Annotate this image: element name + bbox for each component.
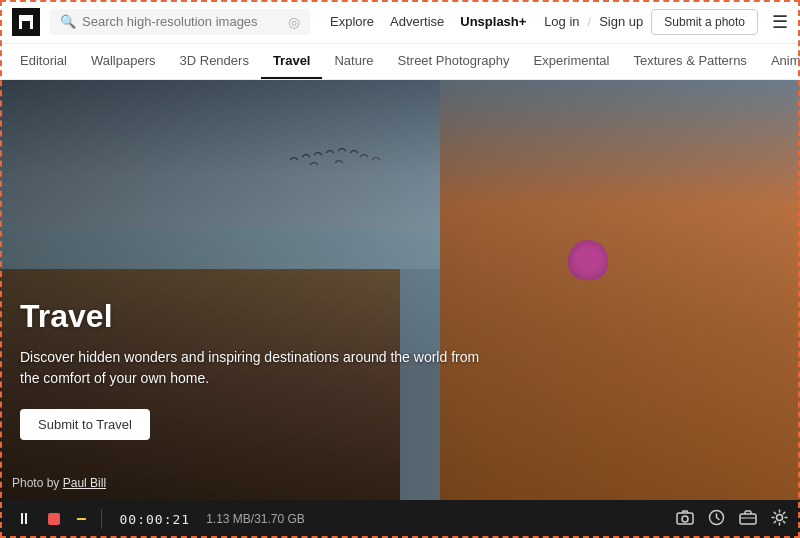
- svg-point-5: [777, 514, 783, 520]
- svg-rect-3: [740, 514, 756, 524]
- camera-icon[interactable]: [676, 509, 694, 529]
- explore-link[interactable]: Explore: [330, 14, 374, 29]
- submit-photo-button[interactable]: Submit a photo: [651, 9, 758, 35]
- pause-icon: ⏸: [16, 510, 32, 528]
- clock-icon[interactable]: [708, 509, 725, 530]
- bottom-toolbar: ⏸ − 00:00:21 1.13 MB/31.70 GB: [0, 500, 800, 538]
- briefcase-icon[interactable]: [739, 510, 757, 529]
- minus-icon: −: [76, 509, 87, 530]
- cat-experimental[interactable]: Experimental: [522, 44, 622, 79]
- signup-link[interactable]: Sign up: [599, 14, 643, 29]
- hero-section: Travel Discover hidden wonders and inspi…: [0, 80, 800, 500]
- pause-button[interactable]: ⏸: [12, 508, 36, 530]
- toolbar-time-section: 00:00:21: [112, 512, 199, 527]
- search-bar: 🔍 ◎: [50, 9, 310, 35]
- minus-button[interactable]: −: [72, 507, 91, 532]
- advertise-link[interactable]: Advertise: [390, 14, 444, 29]
- toolbar-controls: ⏸ −: [12, 507, 91, 532]
- search-icon: 🔍: [60, 14, 76, 29]
- hamburger-menu-icon[interactable]: ☰: [772, 11, 788, 33]
- toolbar-action-icons: [676, 509, 788, 530]
- svg-point-1: [682, 516, 688, 522]
- stop-button[interactable]: [44, 511, 64, 527]
- login-link[interactable]: Log in: [544, 14, 579, 29]
- cat-animals[interactable]: Animals: [759, 44, 800, 79]
- main-nav: Explore Advertise Unsplash+: [330, 14, 526, 29]
- stop-icon: [48, 513, 60, 525]
- photo-credit: Photo by Paul Bill: [12, 476, 106, 490]
- toolbar-size: 1.13 MB/31.70 GB: [206, 512, 305, 526]
- cat-editorial[interactable]: Editorial: [8, 44, 79, 79]
- hero-description: Discover hidden wonders and inspiring de…: [20, 347, 480, 389]
- cat-travel[interactable]: Travel: [261, 44, 323, 79]
- settings-icon[interactable]: [771, 509, 788, 530]
- header: 🔍 ◎ Explore Advertise Unsplash+ Log in /…: [0, 0, 800, 44]
- logo[interactable]: [12, 8, 40, 36]
- toolbar-divider-1: [101, 509, 102, 529]
- photo-credit-label: Photo by: [12, 476, 59, 490]
- auth-section: Log in / Sign up Submit a photo ☰: [544, 9, 788, 35]
- hero-content: Travel Discover hidden wonders and inspi…: [20, 298, 480, 440]
- toolbar-size-section: 1.13 MB/31.70 GB: [198, 512, 305, 526]
- cat-nature[interactable]: Nature: [322, 44, 385, 79]
- auth-divider: /: [588, 14, 592, 29]
- cat-3d-renders[interactable]: 3D Renders: [168, 44, 261, 79]
- hero-title: Travel: [20, 298, 480, 335]
- logo-icon: [19, 15, 33, 29]
- photographer-link[interactable]: Paul Bill: [63, 476, 106, 490]
- hero-submit-button[interactable]: Submit to Travel: [20, 409, 150, 440]
- toolbar-time: 00:00:21: [120, 512, 191, 527]
- category-nav: Editorial Wallpapers 3D Renders Travel N…: [0, 44, 800, 80]
- cat-street-photography[interactable]: Street Photography: [386, 44, 522, 79]
- search-input[interactable]: [82, 14, 282, 29]
- cat-wallpapers[interactable]: Wallpapers: [79, 44, 168, 79]
- unsplash-plus-link[interactable]: Unsplash+: [460, 14, 526, 29]
- lens-icon: ◎: [288, 14, 300, 30]
- cat-textures-patterns[interactable]: Textures & Patterns: [621, 44, 758, 79]
